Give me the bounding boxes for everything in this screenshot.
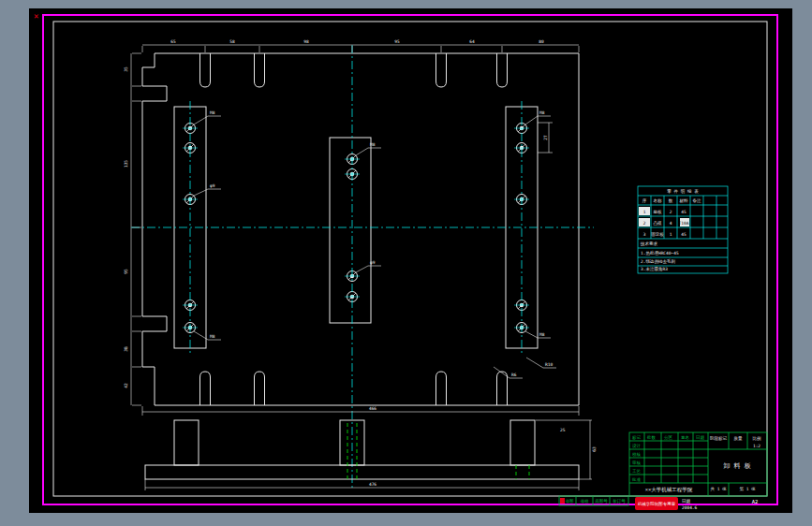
hole-label: M8 <box>539 110 545 115</box>
tb-cell: 校核 <box>632 452 642 457</box>
table-title: 零 件 明 细 表 <box>667 188 699 194</box>
tb-cell: 日期 <box>696 435 705 440</box>
dim-label: 27 <box>543 135 548 140</box>
table-header: 序 <box>642 198 647 203</box>
dim-label: 95 <box>124 269 128 274</box>
tb-sheets: 共 1 张 <box>710 487 727 491</box>
dim-label: 64 <box>469 39 475 44</box>
tb-cell: 工艺 <box>632 468 642 474</box>
org-name: ××大学机械工程学院 <box>645 487 693 493</box>
cad-viewport[interactable]: ✕ <box>0 0 812 526</box>
tb-cell: 审核 <box>632 460 642 465</box>
tb-cell: 签名 <box>681 435 689 440</box>
dim-label: 63 <box>592 446 597 452</box>
dim-label: 98 <box>303 39 309 44</box>
tb-cell: 处数 <box>647 434 657 440</box>
dim-label: 25 <box>560 428 566 432</box>
strip-cell: 装订号 <box>613 499 626 504</box>
tb-cell: 阶段标记 <box>710 435 728 442</box>
hole-label: φ9 <box>210 183 215 188</box>
strip-cell: 底图号 <box>595 499 608 504</box>
hole-label: φ9 <box>370 260 376 265</box>
hole-label: M8 <box>370 142 376 147</box>
strip-red-mark <box>560 498 565 504</box>
dim-label: 35 <box>124 66 128 72</box>
part-name: 卸 料 板 <box>723 462 750 470</box>
tb-cell: 标记 <box>631 434 642 441</box>
table-cell: 4 <box>670 221 672 226</box>
table-header: 备注 <box>693 198 702 203</box>
hole-label: R10 <box>545 362 553 367</box>
table-cell: 3 <box>643 232 646 237</box>
table-cell: 2 <box>670 210 672 214</box>
table-header: 数 <box>669 198 673 203</box>
dim-label: 135 <box>124 160 128 168</box>
table-note: 1.热处理HRC40~45 <box>641 250 679 256</box>
tb-cell: 分区 <box>664 434 673 440</box>
table-cell: T10A <box>679 221 689 226</box>
red-marker-icon: ✕ <box>34 11 38 21</box>
dim-label: 65 <box>170 39 176 44</box>
stamp-note: 日期 <box>682 499 691 504</box>
dim-label: 80 <box>539 39 544 44</box>
hole-label: M8 <box>210 110 215 115</box>
table-header: 名称 <box>654 198 663 203</box>
table-cell: 1 <box>643 210 646 214</box>
table-cell: 1 <box>670 232 672 237</box>
dim-label: 42 <box>124 383 128 388</box>
dim-label: 58 <box>229 39 235 44</box>
stamp-date: 2004.6 <box>682 505 698 510</box>
tb-cell: 批准 <box>631 477 642 482</box>
dim-label: 38 <box>124 346 128 352</box>
hole-label: M8 <box>539 332 545 337</box>
hole-label: M8 <box>210 334 215 339</box>
strip-cell: 描校 <box>580 499 590 504</box>
table-notes-title: 技术要求 <box>640 241 658 246</box>
dim-label: 476 <box>369 482 376 487</box>
table-cell: 凸模 <box>654 221 663 226</box>
table-cell: 45 <box>681 232 687 237</box>
dim-label: 466 <box>369 406 376 411</box>
hole-label: R6 <box>511 373 517 377</box>
dim-label: 95 <box>394 39 400 44</box>
tb-cell: 质量 <box>734 436 744 441</box>
table-cell: 45 <box>681 210 687 214</box>
tb-cell: 1:2 <box>753 444 760 448</box>
tb-sheet: 第 1 张 <box>739 487 756 491</box>
table-cell: 2 <box>643 221 646 226</box>
stamp-text: 机械学院制图专用章 <box>638 501 676 506</box>
tb-cell: 设计 <box>632 443 642 448</box>
sheet-code: A2 <box>752 499 759 504</box>
table-note: 2.锐边倒钝去毛刺 <box>641 258 675 265</box>
table-cell: 垫板 <box>654 210 663 214</box>
strip-cell: 描图 <box>565 499 574 504</box>
table-cell: 固定板 <box>651 232 664 237</box>
